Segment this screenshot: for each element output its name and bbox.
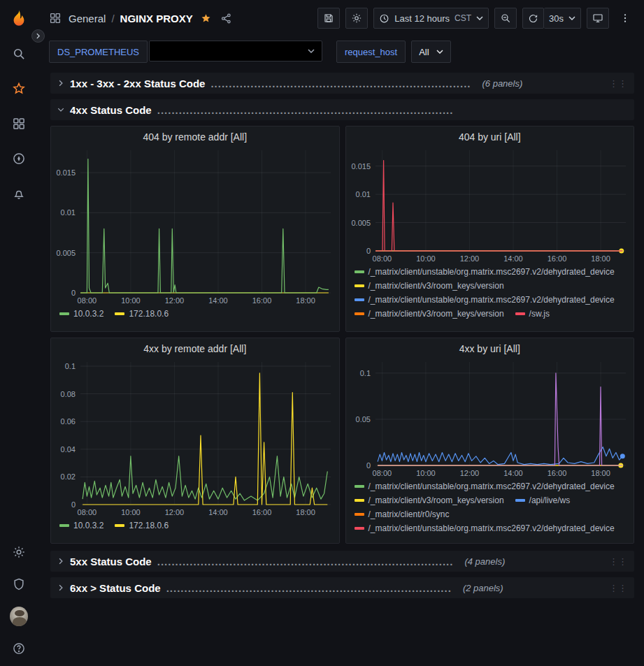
row-6xx[interactable]: 6xx > Status Code ......................… [50,577,634,598]
legend-item[interactable]: /_matrix/client/unstable/org.matrix.msc2… [355,295,615,305]
legend-item[interactable]: /_matrix/client/v3/room_keys/version [355,495,504,505]
panel-404-by-remote-addr: 404 by remote addr [All] 08:0010:0012:00… [50,126,340,332]
legend-label: /_matrix/client/unstable/org.matrix.msc2… [368,267,615,277]
row-panel-count: (4 panels) [464,556,505,567]
breadcrumb-section[interactable]: General [69,13,106,24]
zoom-out-time-button[interactable] [494,8,517,29]
row-4xx[interactable]: 4xx Status Code ........................… [50,99,634,120]
server-settings-gear-icon[interactable] [10,543,28,561]
chart-canvas[interactable]: 08:0010:0012:0014:0016:0018:0000.0050.01… [346,145,634,265]
admin-shield-icon[interactable] [10,575,28,593]
legend-item[interactable]: 172.18.0.6 [115,309,169,319]
dashboard-grid-icon [48,10,63,26]
legend-item[interactable]: /sw.js [515,309,550,319]
legend-item[interactable]: /_matrix/client/unstable/org.matrix.msc2… [355,267,615,277]
legend-item[interactable]: 10.0.3.2 [59,309,103,319]
svg-text:12:00: 12:00 [165,508,185,516]
alerting-bell-icon[interactable] [10,184,28,203]
favorite-star-icon[interactable] [199,11,213,26]
chart-canvas[interactable]: 08:0010:0012:0014:0016:0018:0000.020.040… [51,356,339,519]
avatar [10,607,28,626]
dashboard-settings-gear-icon[interactable] [345,8,368,29]
svg-text:14:00: 14:00 [503,254,523,263]
refresh-interval-label: 30s [549,13,564,24]
legend-item[interactable]: /_matrix/client/r0/sync [355,509,450,519]
chevron-down-icon [568,16,575,20]
svg-text:08:00: 08:00 [372,469,392,477]
series-color-icon [355,513,364,516]
svg-text:10:00: 10:00 [121,508,141,516]
panel-title[interactable]: 404 by uri [All] [346,126,634,145]
legend-label: /_matrix/client/unstable/org.matrix.msc2… [368,295,615,305]
chart-4xx-by-remote-addr[interactable]: 08:0010:0012:0014:0016:0018:0000.020.040… [51,356,339,519]
grafana-app: General / NGINX PROXY [0,0,644,666]
refresh-icon-button[interactable] [522,8,544,29]
row-title: 5xx Status Code [70,556,152,567]
chart-4xx-by-uri[interactable]: 08:0010:0012:0014:0016:0018:0000.050.1 [346,356,634,479]
variable-request-host-label[interactable]: request_host [336,41,406,63]
svg-text:0.1: 0.1 [65,362,76,370]
time-range-picker[interactable]: Last 12 hours CST [373,8,489,29]
variable-ds-prometheus-value[interactable] [149,41,322,61]
refresh-interval-dropdown[interactable]: 30s [544,8,581,29]
legend-item[interactable]: 172.18.0.6 [115,521,169,530]
series-color-icon [59,524,69,527]
svg-text:0.02: 0.02 [61,472,76,481]
chart-canvas[interactable]: 08:0010:0012:0014:0016:0018:0000.0050.01… [51,145,339,307]
panel-grid: 404 by remote addr [All] 08:0010:0012:00… [50,126,634,544]
svg-text:0.005: 0.005 [56,249,76,257]
series-color-icon [355,485,364,488]
series-color-icon [515,499,525,502]
variable-request-host-value[interactable]: All [411,41,450,63]
sidebar-expand-button[interactable] [31,29,45,43]
panel-title[interactable]: 4xx by uri [All] [346,338,634,356]
row-drag-handle[interactable]: ⋮⋮ [609,584,627,593]
kebab-menu-icon[interactable] [615,8,636,29]
series-color-icon [59,312,69,315]
svg-text:16:00: 16:00 [252,508,272,516]
svg-text:0.01: 0.01 [355,190,370,198]
user-avatar[interactable] [10,607,28,625]
row-title-dots: ........................................… [166,582,452,594]
share-icon[interactable] [219,11,234,26]
svg-text:18:00: 18:00 [591,254,610,263]
row-drag-handle[interactable]: ⋮⋮ [609,557,627,566]
legend-item[interactable]: /_matrix/client/unstable/org.matrix.msc2… [355,523,615,533]
breadcrumb-title[interactable]: NGINX PROXY [120,13,193,24]
panel-legend: 10.0.3.2172.18.0.6 [51,307,339,323]
chart-canvas[interactable]: 08:0010:0012:0014:0016:0018:0000.050.1 [346,356,634,479]
svg-text:0.015: 0.015 [56,168,76,177]
svg-text:10:00: 10:00 [121,296,141,305]
panel-4xx-by-remote-addr: 4xx by remote addr [All] 08:0010:0012:00… [50,338,340,544]
search-icon[interactable] [10,45,28,63]
panel-title[interactable]: 404 by remote addr [All] [51,126,339,145]
legend-label: /_matrix/client/v3/room_keys/version [368,281,504,291]
legend-item[interactable]: /api/live/ws [515,495,571,505]
starred-icon[interactable] [10,80,28,98]
grafana-logo[interactable] [7,8,31,32]
chart-404-by-remote-addr[interactable]: 08:0010:0012:0014:0016:0018:0000.0050.01… [51,145,339,307]
explore-compass-icon[interactable] [10,150,28,168]
row-1xx-3xx-2xx[interactable]: 1xx - 3xx - 2xx Status Code ............… [50,73,634,94]
legend-item[interactable]: /_matrix/client/v3/room_keys/version [355,281,504,291]
variable-ds-prometheus-label[interactable]: DS_PROMETHEUS [49,41,148,63]
chevron-down-icon [57,106,64,113]
tv-mode-button[interactable] [587,8,609,29]
legend-item[interactable]: /_matrix/client/v3/room_keys/version [355,309,504,319]
legend-item[interactable]: 10.0.3.2 [59,521,103,530]
help-icon[interactable] [10,639,28,658]
timezone-label: CST [455,13,471,23]
panel-title[interactable]: 4xx by remote addr [All] [51,338,339,356]
legend-item[interactable]: /_matrix/client/unstable/org.matrix.msc2… [355,482,615,491]
svg-text:0.06: 0.06 [61,417,76,426]
svg-text:08:00: 08:00 [78,508,97,516]
chart-404-by-uri[interactable]: 08:0010:0012:0014:0016:0018:0000.0050.01… [346,145,634,265]
dashboards-icon[interactable] [10,115,28,133]
row-5xx[interactable]: 5xx Status Code ........................… [50,551,634,572]
save-dashboard-button[interactable] [317,8,340,29]
row-drag-handle[interactable]: ⋮⋮ [609,79,627,88]
legend-label: /_matrix/client/unstable/org.matrix.msc2… [368,523,615,533]
breadcrumb: General / NGINX PROXY [48,10,234,26]
clock-icon [379,13,389,24]
svg-text:14:00: 14:00 [208,296,228,305]
